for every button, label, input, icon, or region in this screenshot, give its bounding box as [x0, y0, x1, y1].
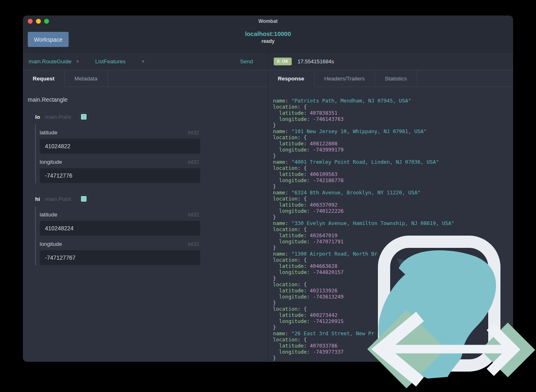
request-tab-bar: Request Metadata: [23, 70, 268, 87]
field-type-label: int32: [188, 241, 199, 247]
service-select[interactable]: main.RouteGuide ▼: [29, 58, 80, 65]
service-select-value: main.RouteGuide: [29, 58, 71, 65]
group-header: lo main.Point: [35, 112, 268, 122]
lo-longitude-input[interactable]: [40, 168, 201, 183]
group-key-label: hi: [35, 196, 40, 202]
result-toolbar: 0: OK 17.554151684s: [268, 53, 513, 70]
response-line: location: {: [273, 134, 508, 140]
minimize-button[interactable]: [36, 19, 41, 24]
field-hi-latitude: latitude int32: [40, 207, 201, 236]
lo-latitude-input[interactable]: [40, 138, 201, 154]
response-line: latitude: 404663628: [273, 263, 508, 269]
method-select[interactable]: ListFeatures ▼: [95, 58, 145, 65]
group-fields: latitude int32 longitude int32: [35, 207, 201, 265]
response-line: location: {: [273, 336, 508, 343]
request-panel: main.Rectangle lo main.Point latitude in…: [23, 87, 268, 362]
response-line: }: [273, 183, 508, 189]
response-output: name: "Patriots Path, Mendham, NJ 07945,…: [268, 87, 513, 361]
response-line: longitude: -742186778: [273, 177, 508, 183]
response-line: name: "101 New Jersey 10, Whippany, NJ 0…: [273, 128, 508, 134]
traffic-lights: [28, 19, 49, 24]
tab-metadata[interactable]: Metadata: [65, 70, 107, 87]
message-type-label: main.Rectangle: [28, 96, 268, 103]
field-lo-latitude: latitude int32: [40, 125, 201, 154]
response-line: }: [273, 355, 508, 361]
response-line: name: "Patriots Path, Mendham, NJ 07945,…: [273, 98, 508, 104]
response-line: location: {: [273, 257, 508, 263]
response-line: }: [273, 153, 508, 159]
chevron-down-icon: ▼: [76, 59, 80, 64]
field-name-label: latitude: [40, 212, 58, 218]
response-line: name: "4001 Tremley Point Road, Linden, …: [273, 159, 508, 165]
checkbox-check-icon: [81, 114, 87, 120]
main-content: main.Rectangle lo main.Point latitude in…: [23, 87, 513, 362]
response-line: name: "26 East 3rd Street, New Pr: [273, 330, 508, 336]
tab-bars: Request Metadata Response Headers/Traile…: [23, 70, 513, 87]
response-line: latitude: 400273442: [273, 312, 508, 318]
response-line: location: {: [273, 165, 508, 171]
field-name-label: latitude: [40, 129, 58, 136]
method-select-value: ListFeatures: [95, 58, 125, 65]
response-line: latitude: 407838351: [273, 110, 508, 116]
response-line: latitude: 407033786: [273, 343, 508, 349]
connection-header: Workspace localhost:10000 ready: [23, 27, 513, 53]
response-line: name: "6324 8th Avenue, Brooklyn, NY 112…: [273, 189, 508, 196]
server-address: localhost:10000: [23, 30, 513, 37]
group-header: hi main.Point: [35, 194, 268, 204]
lo-enabled-checkbox[interactable]: [79, 112, 88, 121]
hi-latitude-input[interactable]: [40, 220, 201, 236]
field-name-label: longitude: [40, 241, 62, 247]
app-window: Wombat Workspace localhost:10000 ready m…: [23, 16, 513, 362]
response-line: longitude: -740122226: [273, 208, 508, 214]
tab-response[interactable]: Response: [268, 70, 315, 87]
zoom-button[interactable]: [44, 19, 49, 24]
group-fields: latitude int32 longitude int32: [35, 125, 201, 183]
chevron-down-icon: ▼: [141, 59, 145, 64]
hi-enabled-checkbox[interactable]: [79, 194, 88, 203]
response-line: }: [273, 214, 508, 220]
response-line: longitude: -744820157: [273, 269, 508, 275]
send-button[interactable]: Send: [240, 58, 253, 65]
response-line: }: [273, 300, 508, 306]
field-name-label: longitude: [40, 159, 62, 165]
response-line: latitude: 402133926: [273, 287, 508, 294]
tab-filler: [417, 70, 513, 87]
field-group-hi: hi main.Point latitude int32 longi: [35, 194, 268, 265]
response-line: }: [273, 324, 508, 330]
close-button[interactable]: [28, 19, 33, 24]
group-type-label: main.Point: [45, 196, 71, 202]
field-type-label: int32: [188, 212, 199, 218]
tab-headers-trailers[interactable]: Headers/Trailers: [315, 70, 375, 87]
response-line: latitude: 406109563: [273, 171, 508, 177]
response-line: longitude: -743977337: [273, 349, 508, 355]
response-tab-bar: Response Headers/Trailers Statistics: [268, 70, 513, 87]
window-title: Wombat: [23, 16, 513, 27]
call-duration: 17.554151684s: [297, 58, 334, 65]
response-line: longitude: -746143763: [273, 116, 508, 122]
response-line: }: [273, 122, 508, 128]
call-toolbar-left: main.RouteGuide ▼ ListFeatures ▼ Send: [23, 53, 268, 70]
response-panel[interactable]: name: "Patriots Path, Mendham, NJ 07945,…: [268, 87, 513, 362]
field-hi-longitude: longitude int32: [40, 236, 201, 265]
response-line: latitude: 406337092: [273, 202, 508, 208]
group-key-label: lo: [35, 114, 40, 120]
title-bar: Wombat: [23, 16, 513, 27]
response-line: longitude: -747071791: [273, 238, 508, 245]
response-line: name: "1300 Airport Road, North Br: [273, 251, 508, 257]
response-line: location: {: [273, 306, 508, 312]
group-type-label: main.Point: [45, 114, 71, 120]
response-line: location: {: [273, 226, 508, 232]
tab-statistics[interactable]: Statistics: [375, 70, 417, 87]
hi-longitude-input[interactable]: [40, 250, 201, 265]
connection-info: localhost:10000 ready: [23, 30, 513, 44]
response-line: latitude: 408122808: [273, 140, 508, 147]
response-line: longitude: -743613249: [273, 294, 508, 300]
tab-request[interactable]: Request: [23, 70, 65, 87]
field-lo-longitude: longitude int32: [40, 154, 201, 183]
field-type-label: int32: [188, 130, 199, 136]
response-line: latitude: 402647019: [273, 232, 508, 238]
response-line: name: "330 Evelyn Avenue, Hamilton Towns…: [273, 220, 508, 226]
status-badge: 0: OK: [274, 58, 292, 65]
response-line: longitude: -743999179: [273, 147, 508, 153]
response-line: location: {: [273, 104, 508, 110]
